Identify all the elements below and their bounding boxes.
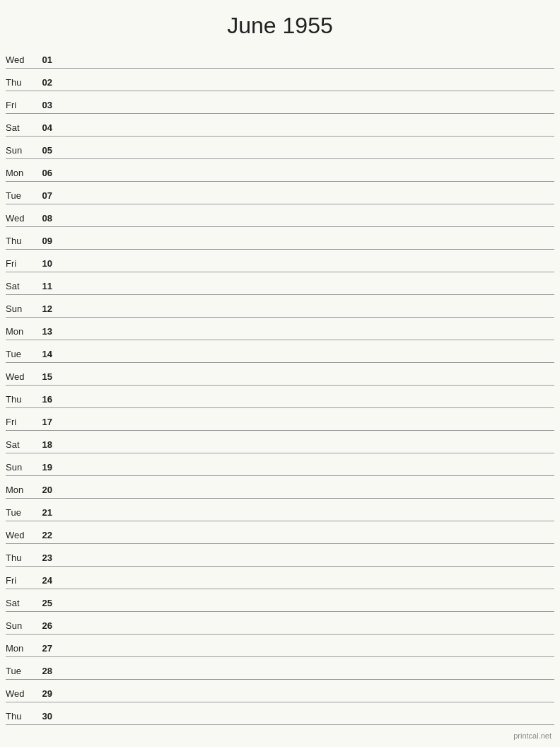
day-row: Mon13 <box>6 318 554 340</box>
day-row: Wed08 <box>6 204 554 227</box>
day-row: Wed22 <box>6 521 554 544</box>
day-number: 16 <box>33 394 52 405</box>
day-number: 30 <box>33 711 52 722</box>
day-name: Sat <box>6 122 33 134</box>
day-number: 02 <box>33 77 52 88</box>
day-row: Fri03 <box>6 91 554 114</box>
day-name: Wed <box>6 371 33 383</box>
day-number: 25 <box>33 598 52 609</box>
day-number: 22 <box>33 530 52 541</box>
day-number: 27 <box>33 643 52 654</box>
day-number: 17 <box>33 417 52 428</box>
day-name: Sun <box>6 303 33 315</box>
day-number: 09 <box>33 236 52 247</box>
day-number: 21 <box>33 507 52 519</box>
day-row: Sat18 <box>6 431 554 453</box>
day-row: Mon20 <box>6 476 554 499</box>
day-name: Mon <box>6 643 33 654</box>
day-name: Wed <box>6 213 33 224</box>
day-number: 19 <box>33 462 52 473</box>
day-row: Wed15 <box>6 363 554 386</box>
day-row: Tue14 <box>6 340 554 363</box>
day-row: Thu30 <box>6 702 554 725</box>
day-name: Wed <box>6 54 33 66</box>
day-row: Fri10 <box>6 250 554 272</box>
day-number: 13 <box>33 326 52 337</box>
day-number: 15 <box>33 371 52 383</box>
day-number: 05 <box>33 145 52 156</box>
day-row: Wed01 <box>6 46 554 69</box>
day-number: 01 <box>33 54 52 66</box>
day-number: 04 <box>33 122 52 134</box>
day-number: 06 <box>33 168 52 179</box>
day-name: Thu <box>6 394 33 405</box>
day-name: Fri <box>6 417 33 428</box>
day-number: 12 <box>33 303 52 315</box>
day-number: 26 <box>33 620 52 632</box>
day-row: Mon27 <box>6 635 554 657</box>
day-name: Tue <box>6 190 33 202</box>
day-name: Sun <box>6 620 33 632</box>
day-name: Sun <box>6 145 33 156</box>
day-number: 08 <box>33 213 52 224</box>
day-number: 10 <box>33 258 52 270</box>
day-number: 24 <box>33 575 52 586</box>
day-name: Sat <box>6 281 33 292</box>
day-name: Tue <box>6 666 33 677</box>
day-row: Fri17 <box>6 408 554 431</box>
day-row: Sat04 <box>6 114 554 137</box>
day-name: Thu <box>6 552 33 564</box>
day-row: Sun19 <box>6 453 554 476</box>
day-row: Thu23 <box>6 544 554 567</box>
day-row: Sun26 <box>6 612 554 635</box>
day-name: Sat <box>6 439 33 451</box>
day-row: Thu16 <box>6 386 554 408</box>
day-name: Wed <box>6 688 33 700</box>
day-row: Thu09 <box>6 227 554 250</box>
day-name: Wed <box>6 530 33 541</box>
day-number: 11 <box>33 281 52 292</box>
day-name: Thu <box>6 711 33 722</box>
day-number: 28 <box>33 666 52 677</box>
day-name: Mon <box>6 168 33 179</box>
day-row: Wed29 <box>6 680 554 702</box>
day-name: Sun <box>6 462 33 473</box>
day-name: Thu <box>6 77 33 88</box>
day-row: Sat11 <box>6 272 554 295</box>
day-row: Sat25 <box>6 589 554 612</box>
day-row: Tue28 <box>6 657 554 680</box>
day-name: Tue <box>6 349 33 360</box>
calendar-grid: Wed01Thu02Fri03Sat04Sun05Mon06Tue07Wed08… <box>0 46 560 725</box>
day-name: Fri <box>6 100 33 111</box>
day-row: Sun05 <box>6 137 554 159</box>
day-number: 14 <box>33 349 52 360</box>
day-row: Fri24 <box>6 567 554 589</box>
day-number: 03 <box>33 100 52 111</box>
day-number: 07 <box>33 190 52 202</box>
day-name: Mon <box>6 485 33 496</box>
day-row: Tue21 <box>6 499 554 521</box>
day-name: Fri <box>6 258 33 270</box>
day-name: Tue <box>6 507 33 519</box>
day-name: Thu <box>6 236 33 247</box>
day-number: 23 <box>33 552 52 564</box>
day-row: Mon06 <box>6 159 554 182</box>
day-number: 20 <box>33 485 52 496</box>
day-number: 29 <box>33 688 52 700</box>
day-row: Tue07 <box>6 182 554 204</box>
page-title: June 1955 <box>0 0 560 46</box>
day-row: Thu02 <box>6 69 554 91</box>
day-number: 18 <box>33 439 52 451</box>
day-name: Mon <box>6 326 33 337</box>
footer-text: printcal.net <box>513 731 552 740</box>
day-name: Sat <box>6 598 33 609</box>
day-row: Sun12 <box>6 295 554 318</box>
day-name: Fri <box>6 575 33 586</box>
